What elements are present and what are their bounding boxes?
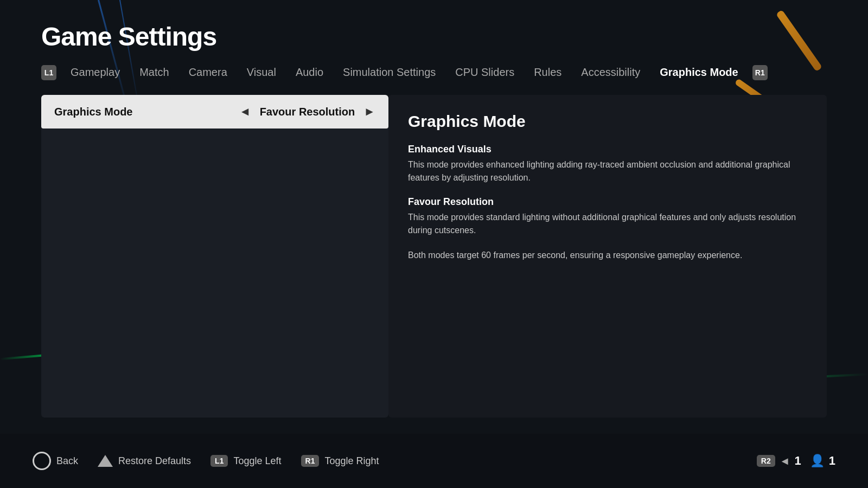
triangle-icon <box>98 455 113 467</box>
person-count: 1 <box>829 454 835 468</box>
page-title: Game Settings <box>41 22 216 52</box>
tab-gameplay[interactable]: Gameplay <box>61 60 130 85</box>
tab-cpu-sliders[interactable]: CPU Sliders <box>445 60 524 85</box>
tab-accessibility[interactable]: Accessibility <box>571 60 650 85</box>
person-icon: 👤 <box>810 454 825 468</box>
tab-visual[interactable]: Visual <box>237 60 286 85</box>
toggle-left-badge: L1 <box>210 455 228 467</box>
left-panel: Graphics Mode ◄ Favour Resolution ► <box>41 95 388 418</box>
bottom-right: R2 ◄ 1 👤 1 <box>757 454 835 468</box>
setting-current-value: Favour Resolution <box>260 106 355 118</box>
deco-stick-top <box>776 10 822 72</box>
restore-defaults-label: Restore Defaults <box>118 455 191 467</box>
section1-title: Enhanced Visuals <box>408 144 807 155</box>
bottom-bar: Back Restore Defaults L1 Toggle Left R1 … <box>0 434 868 488</box>
back-circle-icon <box>33 452 51 470</box>
toggle-left-label: Toggle Left <box>233 455 281 467</box>
person-section: 👤 1 <box>810 454 835 468</box>
arrow-left-icon[interactable]: ◄ <box>239 105 251 119</box>
toggle-right-badge: R1 <box>301 455 320 467</box>
player-count: 1 <box>795 454 801 468</box>
restore-defaults-action[interactable]: Restore Defaults <box>98 455 191 467</box>
section2-text: This mode provides standard lighting wit… <box>408 211 807 237</box>
info-note: Both modes target 60 frames per second, … <box>408 249 807 262</box>
right-panel: Graphics Mode Enhanced Visuals This mode… <box>388 95 827 418</box>
toggle-right-action[interactable]: R1 Toggle Right <box>301 455 379 467</box>
arrow-right-icon[interactable]: ► <box>363 105 375 119</box>
main-content: Graphics Mode ◄ Favour Resolution ► Grap… <box>41 95 827 418</box>
section1-text: This mode provides enhanced lighting add… <box>408 158 807 184</box>
tab-rules[interactable]: Rules <box>524 60 571 85</box>
section2-title: Favour Resolution <box>408 196 807 208</box>
tab-camera[interactable]: Camera <box>179 60 237 85</box>
r2-section: R2 ◄ 1 <box>757 454 801 468</box>
tab-graphics-mode[interactable]: Graphics Mode <box>650 60 748 85</box>
toggle-left-action[interactable]: L1 Toggle Left <box>210 455 281 467</box>
tab-simulation[interactable]: Simulation Settings <box>333 60 445 85</box>
tab-match[interactable]: Match <box>130 60 178 85</box>
tab-audio[interactable]: Audio <box>286 60 333 85</box>
bottom-actions: Back Restore Defaults L1 Toggle Left R1 … <box>33 452 379 470</box>
r1-badge[interactable]: R1 <box>752 65 768 80</box>
l1-badge[interactable]: L1 <box>41 65 56 80</box>
r2-badge: R2 <box>757 455 775 467</box>
bg-line-blue2 <box>119 0 139 107</box>
setting-label: Graphics Mode <box>54 106 132 118</box>
info-title: Graphics Mode <box>408 112 807 131</box>
setting-value-container: ◄ Favour Resolution ► <box>239 105 375 119</box>
back-label: Back <box>56 455 78 467</box>
graphics-mode-row[interactable]: Graphics Mode ◄ Favour Resolution ► <box>41 95 388 129</box>
left-arrow-icon: ◄ <box>780 455 790 467</box>
nav-tabs: L1 Gameplay Match Camera Visual Audio Si… <box>41 60 768 85</box>
back-action[interactable]: Back <box>33 452 78 470</box>
toggle-right-label: Toggle Right <box>324 455 379 467</box>
